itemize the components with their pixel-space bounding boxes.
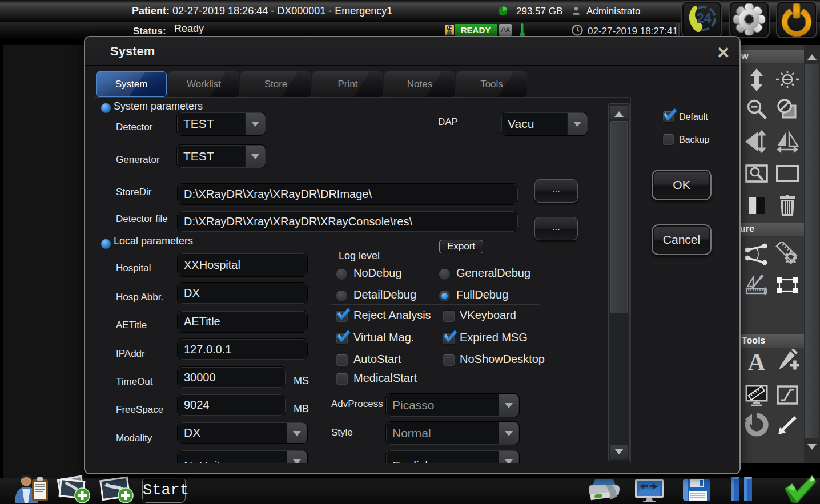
svg-text:24: 24 (697, 11, 712, 26)
